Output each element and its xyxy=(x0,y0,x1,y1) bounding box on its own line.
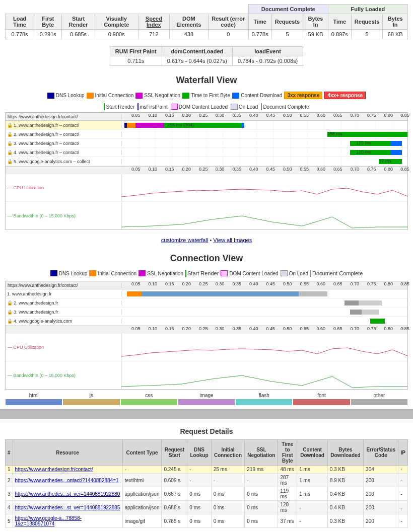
col-visually-complete: Visually Complete xyxy=(95,14,138,30)
req-1-bytes: 0.3 KB xyxy=(327,466,363,474)
req-1-ip: - xyxy=(398,466,408,474)
request-table: # Resource Content Type Request Start DN… xyxy=(5,439,408,528)
doc-complete-label: Document Complete xyxy=(263,104,309,110)
waterfall-chart: https://www.anthedesign.fr/contact/ 0.05… xyxy=(5,112,408,230)
conn-legend-init-conn: Initial Connection xyxy=(89,270,136,276)
row-2-label: 288 ms xyxy=(327,131,342,136)
row-2-url: 🔒 2. www.anthedesign.fr – contact/ xyxy=(6,132,121,137)
req-5-dns: 0 ms xyxy=(187,514,211,528)
waterfall-row-5: 🔒 5. www.google-analytics.com – collect … xyxy=(6,157,407,166)
req-1-type: - xyxy=(122,466,162,474)
rum-section: RUM First Paint domContentLoaded loadEve… xyxy=(0,43,413,69)
msfp-line xyxy=(137,103,139,110)
waterfall-url-header: https://www.anthedesign.fr/contact/ xyxy=(6,114,121,119)
col-result: Result (error code) xyxy=(208,14,248,30)
req-4-url[interactable]: https://www.anthedes...st_ver=1440881922… xyxy=(13,501,122,514)
badge-4xx: 4xx+ response xyxy=(324,92,366,99)
req-5-url[interactable]: https://www.google-a...78858-1&z=1380971… xyxy=(13,514,122,528)
connection-legend: DNS Lookup Initial Connection SSL Negoti… xyxy=(0,268,413,279)
th-dns: DNS Lookup xyxy=(187,440,211,466)
req-1-url[interactable]: https://www.anthedesign.fr/contact/ xyxy=(13,466,122,474)
req-2-url[interactable]: https://www.anthedes...ontact/?144088288… xyxy=(13,474,122,487)
col-first-byte: First Byte xyxy=(34,14,62,30)
row-1-ssl xyxy=(135,123,164,128)
lock-icon-2: 🔒 xyxy=(7,132,13,137)
type-other-label: other xyxy=(351,393,408,398)
conn-row-1-timeline xyxy=(121,289,407,298)
msfp-label: msFirstPaint xyxy=(140,104,168,110)
req-2-ip: - xyxy=(398,474,408,487)
req-5-init: 0 ms xyxy=(211,514,245,528)
conn-dns-box xyxy=(50,270,57,276)
req-5-ttfb: 37 ms xyxy=(278,514,297,528)
req-4-dns: 0 ms xyxy=(187,501,211,514)
marker-doc-complete: Document Complete xyxy=(261,103,309,110)
val-visually-complete: 0.900s xyxy=(95,30,138,39)
marker-on-load: On Load xyxy=(231,104,258,110)
row-1-timeline: 266 ms (304) xyxy=(121,121,407,129)
rum-table: RUM First Paint domContentLoaded loadEve… xyxy=(110,46,303,66)
marker-dom-content: DOM Content Loaded xyxy=(171,104,228,110)
col-speed-index[interactable]: Speed Index xyxy=(138,14,169,30)
lock-icon-1: 🔒 xyxy=(7,123,13,128)
conn-legend-start-render: Start Render xyxy=(185,270,219,277)
type-js-label: js xyxy=(62,393,120,398)
conn-bottom-scale: 0.05 0.10 0.15 0.20 0.25 0.30 0.35 0.40 … xyxy=(121,326,407,334)
req-3-dns: 0 ms xyxy=(187,487,211,501)
type-css-label: css xyxy=(120,393,178,398)
divider-bar xyxy=(0,409,413,419)
conn-row-2-url: 🔒 2. www.anthedesign.fr xyxy=(6,300,121,306)
req-1-start: 0.245 s xyxy=(162,466,187,474)
row-4-content xyxy=(390,150,402,155)
content-dl-color-box xyxy=(232,93,239,99)
req-3-url[interactable]: https://www.anthedes...st_ver=1440881922… xyxy=(13,487,122,501)
legend-ttfb: Time to First Byte xyxy=(182,93,230,99)
doc-complete-header: Document Complete xyxy=(248,5,328,14)
rum-load-event-label: loadEvent xyxy=(232,47,303,56)
conn-cpu-row: — CPU Utilization xyxy=(6,334,407,361)
col-dom-elements: DOM Elements xyxy=(170,14,209,30)
conn-row-1-url: 1. www.anthedesign.fr xyxy=(6,291,121,296)
bar-css xyxy=(121,399,177,405)
req-2-ssl: - xyxy=(245,474,278,487)
conn-row-3-timeline xyxy=(121,308,407,316)
col-fl-bytes: Bytes In xyxy=(383,14,408,30)
content-dl-label: Content Download xyxy=(241,93,282,98)
bandwidth-svg xyxy=(121,202,407,230)
req-4-status: 200 xyxy=(364,501,398,514)
bandwidth-label: — BandwidthIn (0 – 15,000 Kbps) xyxy=(6,202,121,230)
col-dc-requests: Requests xyxy=(271,14,303,30)
row-1-init-conn xyxy=(127,123,135,128)
conn-bandwidth-label: — BandwidthIn (0 – 15,000 Kbps) xyxy=(6,361,121,389)
req-5-content: - xyxy=(297,514,328,528)
req-4-content: - xyxy=(297,501,328,514)
row-3-timeline: 120 ms xyxy=(121,139,407,147)
customize-waterfall-link[interactable]: customize waterfall xyxy=(161,237,209,243)
view-all-images-link[interactable]: View all Images xyxy=(213,237,252,243)
row-3-url: 🔒 3. www.anthedesign.fr – contact/ xyxy=(6,141,121,146)
waterfall-legend: DNS Lookup Initial Connection SSL Negoti… xyxy=(0,90,413,101)
fully-loaded-header: Fully Loaded xyxy=(328,5,407,14)
lock-icon-5: 🔒 xyxy=(7,159,13,164)
conn-cpu-label: — CPU Utilization xyxy=(6,334,121,361)
conn-bandwidth-chart xyxy=(121,361,407,389)
th-bytes: Bytes Downloaded xyxy=(327,440,363,466)
conn-legend-ssl: SSL Negotiation xyxy=(139,270,183,276)
content-type-labels: html js css image flash font other xyxy=(5,393,408,398)
req-4-ssl: 0 ms xyxy=(245,501,278,514)
val-first-byte: 0.291s xyxy=(34,30,62,39)
conn-row-4: 🔒 4. www.google-analytics.com xyxy=(6,317,407,326)
cpu-svg xyxy=(121,174,407,201)
req-3-content: 1 ms xyxy=(297,487,328,501)
conn-row-2-timeline xyxy=(121,298,407,307)
request-row-4: 4 https://www.anthedes...st_ver=14408819… xyxy=(6,501,408,514)
waterfall-bandwidth-row: — BandwidthIn (0 – 15,000 Kbps) xyxy=(6,202,407,230)
val-dc-time: 0.778s xyxy=(248,30,271,39)
val-dc-bytes: 59 KB xyxy=(303,30,328,39)
req-2-init: - xyxy=(211,474,245,487)
bar-image xyxy=(178,399,235,405)
conn-row-4-timeline xyxy=(121,317,407,325)
waterfall-row-2: 🔒 2. www.anthedesign.fr – contact/ 288 m… xyxy=(6,130,407,139)
req-3-ttfb: 119 ms xyxy=(278,487,297,501)
type-image-label: image xyxy=(178,393,235,398)
